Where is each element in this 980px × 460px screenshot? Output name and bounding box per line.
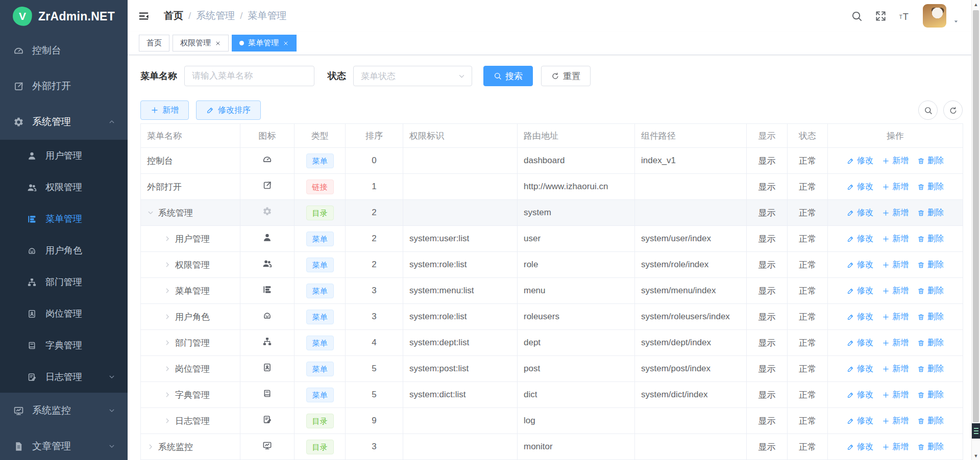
visible-value: 显示	[758, 338, 776, 348]
row-delete-button[interactable]: 删除	[917, 260, 944, 270]
floating-widget[interactable]	[972, 423, 980, 439]
row-expand-icon[interactable]	[164, 391, 171, 398]
row-add-button[interactable]: 新增	[882, 234, 909, 244]
logo[interactable]: V ZrAdmin.NET	[0, 0, 128, 33]
row-edit-button[interactable]: 修改	[847, 312, 873, 322]
row-expand-icon[interactable]	[147, 209, 154, 216]
row-delete-button[interactable]: 删除	[917, 286, 944, 296]
row-add-button[interactable]: 新增	[882, 364, 909, 374]
row-edit-button[interactable]: 修改	[847, 234, 873, 244]
row-expand-icon[interactable]	[164, 313, 171, 320]
sidebar-subitem-4[interactable]: 部门管理	[0, 266, 128, 298]
row-expand-icon[interactable]	[164, 365, 171, 372]
row-expand-icon[interactable]	[164, 261, 171, 268]
table-row[interactable]: 系统管理目录2system显示正常修改新增删除	[141, 200, 963, 226]
status-select[interactable]: 菜单状态	[353, 66, 472, 86]
sidebar-item-2[interactable]: 系统管理	[0, 104, 128, 140]
search-button[interactable]: 搜索	[483, 66, 533, 86]
row-add-button[interactable]: 新增	[882, 182, 909, 192]
row-expand-icon[interactable]	[164, 417, 171, 424]
row-add-button[interactable]: 新增	[882, 208, 909, 218]
row-add-button[interactable]: 新增	[882, 390, 909, 400]
table-row[interactable]: 日志管理目录9log显示正常修改新增删除	[141, 408, 963, 434]
table-row[interactable]: 用户管理菜单2system:user:listusersystem/user/i…	[141, 226, 963, 252]
tab-0[interactable]: 首页	[139, 35, 169, 52]
scrollbar-thumb[interactable]	[973, 10, 979, 422]
reset-button[interactable]: 重置	[541, 66, 591, 86]
table-row[interactable]: 部门管理菜单4system:dept:listdeptsystem/dept/i…	[141, 330, 963, 356]
row-edit-button[interactable]: 修改	[847, 390, 873, 400]
sidebar-item-4[interactable]: 文章管理	[0, 428, 128, 460]
sidebar-subitem-0[interactable]: 用户管理	[0, 140, 128, 171]
sidebar-subitem-5[interactable]: 岗位管理	[0, 298, 128, 329]
row-add-button[interactable]: 新增	[882, 442, 909, 452]
scrollbar-up-arrow[interactable]: ▲	[972, 2, 980, 7]
table-row[interactable]: 字典管理菜单5system:dict:listdictsystem/dict/i…	[141, 382, 963, 408]
menu-name-input[interactable]	[184, 66, 314, 86]
user-menu-caret-icon[interactable]	[952, 18, 960, 25]
tab-close-icon[interactable]	[283, 40, 289, 46]
row-add-button[interactable]: 新增	[882, 156, 909, 166]
row-expand-icon[interactable]	[164, 287, 171, 294]
sidebar-item-1[interactable]: 外部打开	[0, 68, 128, 104]
sidebar-collapse-icon[interactable]	[138, 10, 150, 22]
search-icon[interactable]	[851, 10, 863, 22]
row-add-button[interactable]: 新增	[882, 286, 909, 296]
plus-icon	[882, 443, 890, 451]
row-delete-button[interactable]: 删除	[917, 364, 944, 374]
row-edit-button[interactable]: 修改	[847, 416, 873, 426]
add-button[interactable]: 新增	[140, 100, 189, 120]
scrollbar[interactable]: ▲ ▼	[971, 0, 980, 460]
row-edit-button[interactable]: 修改	[847, 442, 873, 452]
tab-1[interactable]: 权限管理	[173, 35, 229, 52]
row-delete-button[interactable]: 删除	[917, 182, 944, 192]
row-delete-button[interactable]: 删除	[917, 208, 944, 218]
row-delete-button[interactable]: 删除	[917, 442, 944, 452]
row-delete-button[interactable]: 删除	[917, 156, 944, 166]
row-delete-button[interactable]: 删除	[917, 338, 944, 348]
row-edit-button[interactable]: 修改	[847, 208, 873, 218]
sidebar-subitem-3[interactable]: 用户角色	[0, 235, 128, 266]
sidebar-subitem-7[interactable]: 日志管理	[0, 361, 128, 393]
row-edit-button[interactable]: 修改	[847, 364, 873, 374]
sidebar-subitem-1[interactable]: 权限管理	[0, 171, 128, 203]
table-row[interactable]: 岗位管理菜单5system:post:listpostsystem/post/i…	[141, 356, 963, 382]
row-edit-button[interactable]: 修改	[847, 156, 873, 166]
row-delete-button[interactable]: 删除	[917, 234, 944, 244]
refresh-table-button[interactable]	[943, 100, 963, 120]
table-row[interactable]: 用户角色菜单3system:role:listroleuserssystem/r…	[141, 304, 963, 330]
row-edit-button[interactable]: 修改	[847, 338, 873, 348]
table-row[interactable]: 权限管理菜单2system:role:listrolesystem/role/i…	[141, 252, 963, 278]
row-expand-icon[interactable]	[147, 443, 154, 450]
sidebar-item-0[interactable]: 控制台	[0, 33, 128, 68]
edit-sort-button[interactable]: 修改排序	[196, 100, 261, 120]
row-delete-button[interactable]: 删除	[917, 416, 944, 426]
table-row[interactable]: 外部打开链接1http://www.izhaorui.cn显示正常修改新增删除	[141, 174, 963, 200]
table-row[interactable]: 控制台菜单0dashboardindex_v1显示正常修改新增删除	[141, 148, 963, 174]
row-add-button[interactable]: 新增	[882, 338, 909, 348]
row-expand-icon[interactable]	[164, 339, 171, 346]
row-delete-button[interactable]: 删除	[917, 312, 944, 322]
font-size-icon[interactable]: TT	[899, 10, 911, 22]
row-add-button[interactable]: 新增	[882, 312, 909, 322]
row-edit-button[interactable]: 修改	[847, 260, 873, 270]
row-edit-button[interactable]: 修改	[847, 182, 873, 192]
tab-close-icon[interactable]	[215, 40, 221, 46]
table-row[interactable]: 菜单管理菜单3system:menu:listmenusystem/menu/i…	[141, 278, 963, 304]
fullscreen-icon[interactable]	[875, 10, 887, 22]
row-add-button[interactable]: 新增	[882, 260, 909, 270]
sidebar-subitem-2[interactable]: 菜单管理	[0, 203, 128, 235]
row-expand-icon[interactable]	[164, 235, 171, 242]
table-row[interactable]: 系统监控目录3monitor显示正常修改新增删除	[141, 434, 963, 460]
user-avatar[interactable]	[923, 4, 946, 28]
sidebar-subitem-6[interactable]: 字典管理	[0, 329, 128, 361]
row-edit-button[interactable]: 修改	[847, 286, 873, 296]
sidebar-item-3[interactable]: 系统监控	[0, 393, 128, 428]
route-value: http://www.izhaorui.cn	[524, 182, 608, 191]
scrollbar-down-arrow[interactable]: ▼	[972, 453, 980, 458]
show-search-button[interactable]	[918, 100, 938, 120]
row-delete-button[interactable]: 删除	[917, 390, 944, 400]
tab-2[interactable]: 菜单管理	[232, 35, 297, 52]
row-add-button[interactable]: 新增	[882, 416, 909, 426]
breadcrumb-item[interactable]: 首页	[164, 9, 183, 22]
